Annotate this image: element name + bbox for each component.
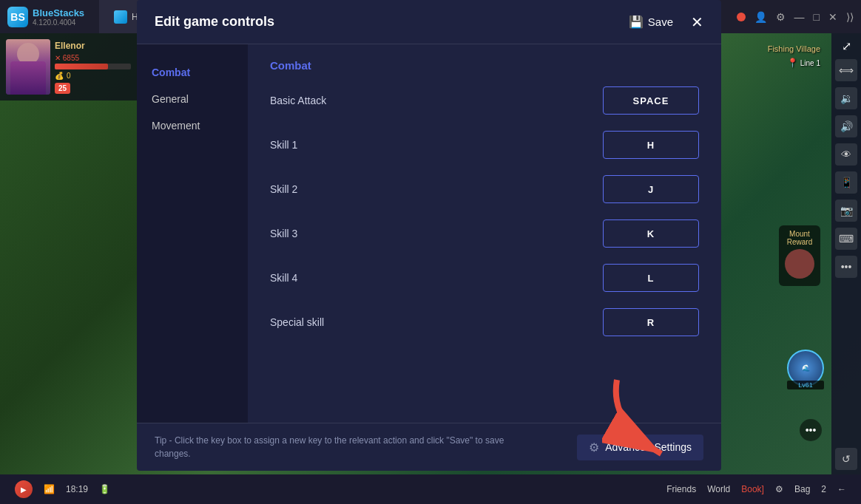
action-label-basic-attack: Basic Attack — [270, 95, 326, 106]
right-sidebar: ⤢ ⟺ 🔉 🔊 👁 📱 📷 ⌨ ••• ↺ ← — [831, 33, 861, 504]
friends-btn[interactable]: Friends — [666, 484, 696, 494]
player-panel: Ellenor ✕ 6855 💰 0 25 — [0, 33, 137, 101]
control-row-skill1: Skill 1 H — [270, 131, 699, 159]
home-tab-icon — [114, 10, 127, 24]
key-box-skill4[interactable]: L — [603, 264, 699, 292]
lv61-badge: Lv61 — [787, 381, 824, 389]
key-box-skill2[interactable]: J — [603, 175, 699, 203]
person-icon[interactable]: 👤 — [754, 11, 767, 23]
sidebar-item-movement[interactable]: Movement — [137, 112, 248, 139]
brand-name: BlueStacks — [33, 7, 84, 18]
dialog-close-button[interactable]: ✕ — [691, 15, 703, 30]
line-label: 📍 Line 1 — [787, 58, 820, 68]
expand-icon[interactable]: ⤢ — [842, 39, 851, 53]
action-label-skill1: Skill 1 — [270, 139, 297, 151]
maximize-btn[interactable]: □ — [814, 11, 820, 23]
version-text: 4.120.0.4004 — [33, 18, 84, 27]
section-title: Combat — [270, 59, 699, 72]
dialog-body: Combat General Movement Combat Basic Att… — [137, 44, 721, 423]
dialog-footer: Tip - Click the key box to assign a new … — [137, 423, 721, 471]
vol-down-btn[interactable]: 🔉 — [835, 87, 857, 109]
lv61-item: 🌊 Lv61 — [787, 350, 824, 397]
dialog-content: Combat Basic Attack SPACE Skill 1 H Skil… — [248, 44, 721, 423]
key-box-special-skill[interactable]: R — [603, 308, 699, 336]
action-label-skill2: Skill 2 — [270, 183, 297, 195]
battery-icon: 🔋 — [99, 484, 110, 494]
recording-indicator — [737, 13, 746, 21]
level-badge: 25 — [55, 83, 70, 94]
world-btn[interactable]: World — [707, 484, 730, 494]
action-label-skill3: Skill 3 — [270, 228, 297, 239]
key-box-basic-attack[interactable]: SPACE — [603, 86, 699, 115]
key-box-skill3[interactable]: K — [603, 219, 699, 248]
gear-bottom-icon[interactable]: ⚙ — [775, 484, 783, 494]
key-box-skill1[interactable]: H — [603, 131, 699, 159]
time-display: 18:19 — [66, 484, 88, 494]
close-btn-topbar[interactable]: ✕ — [828, 11, 837, 23]
keyboard-btn[interactable]: ⌨ — [835, 228, 857, 250]
window-controls: 👤 ⚙ — □ ✕ ⟩⟩ — [729, 11, 861, 23]
player-name: Ellenor — [55, 41, 131, 51]
save-button[interactable]: 💾 Save — [623, 12, 679, 32]
action-label-skill4: Skill 4 — [270, 272, 297, 284]
player-info: Ellenor ✕ 6855 💰 0 25 — [55, 41, 131, 94]
advanced-gear-icon: ⚙ — [589, 440, 599, 454]
game-dots-btn[interactable]: ••• — [800, 419, 822, 441]
save-icon: 💾 — [629, 15, 644, 29]
play-btn[interactable]: ▶ — [15, 480, 33, 498]
hp-label: ✕ 6855 — [55, 54, 131, 62]
back-bottom-icon[interactable]: ← — [837, 484, 846, 494]
bottom-nav[interactable]: Friends World Book] ⚙ Bag 2 ← — [666, 484, 846, 494]
action-label-special-skill: Special skill — [270, 316, 324, 328]
vol-up-btn[interactable]: 🔊 — [835, 115, 857, 137]
left-game-panel: Ellenor ✕ 6855 💰 0 25 — [0, 33, 137, 504]
dialog-header: Edit game controls 💾 Save ✕ — [137, 0, 721, 44]
number-btn[interactable]: 2 — [821, 484, 826, 494]
advanced-settings-button[interactable]: ⚙ Advanced Settings — [577, 435, 703, 460]
bottom-left: ▶ 📶 18:19 🔋 — [15, 480, 110, 498]
logo-area: BS BlueStacks 4.120.0.4004 — [0, 7, 92, 27]
dialog-sidebar: Combat General Movement — [137, 44, 248, 423]
book-btn[interactable]: Book] — [741, 484, 764, 494]
edit-controls-dialog: Edit game controls 💾 Save ✕ Combat Gener… — [137, 0, 721, 471]
settings-icon[interactable]: ⚙ — [776, 11, 786, 23]
phone-btn[interactable]: 📱 — [835, 171, 857, 194]
player-avatar — [6, 39, 50, 95]
minimize-btn[interactable]: — — [794, 11, 805, 23]
control-row-skill2: Skill 2 J — [270, 175, 699, 203]
tip-text: Tip - Click the key box to assign a new … — [155, 434, 510, 460]
sidebar-item-general[interactable]: General — [137, 86, 248, 112]
control-row-skill4: Skill 4 L — [270, 264, 699, 292]
sidebar-toggle[interactable]: ⟩⟩ — [846, 11, 854, 23]
dialog-header-actions: 💾 Save ✕ — [623, 12, 703, 32]
bluestacks-icon: BS — [7, 7, 28, 27]
eye-btn[interactable]: 👁 — [835, 143, 857, 166]
pin-icon: 📍 — [787, 58, 798, 68]
arrows-btn[interactable]: ⟺ — [835, 59, 857, 81]
location-label: Fishing Village — [768, 44, 820, 53]
control-row-special-skill: Special skill R — [270, 308, 699, 336]
bottom-bar: ▶ 📶 18:19 🔋 Friends World Book] ⚙ Bag 2 … — [0, 474, 861, 504]
mount-reward: Mount Reward — [779, 225, 820, 286]
dialog-title: Edit game controls — [155, 14, 274, 30]
control-row-skill3: Skill 3 K — [270, 219, 699, 248]
camera-btn[interactable]: 📷 — [835, 200, 857, 222]
control-row-basic-attack: Basic Attack SPACE — [270, 86, 699, 115]
sidebar-item-combat[interactable]: Combat — [137, 59, 248, 86]
bag-btn[interactable]: Bag — [794, 484, 810, 494]
wifi-icon: 📶 — [44, 484, 55, 494]
more-btn[interactable]: ••• — [835, 256, 857, 278]
rotate-btn[interactable]: ↺ — [835, 448, 857, 470]
